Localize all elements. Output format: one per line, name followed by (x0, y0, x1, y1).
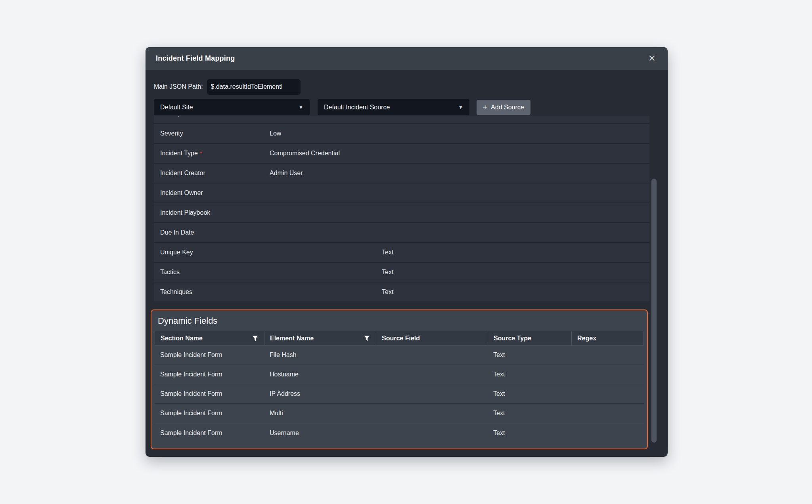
field-label: Techniques (160, 288, 192, 295)
field-value: Compromised Credential (270, 150, 382, 157)
field-table-row[interactable]: Incident Owner (154, 183, 649, 203)
field-table-row[interactable]: Incident Creator Admin User (154, 164, 649, 183)
required-asterisk: * (200, 150, 202, 157)
field-table-row[interactable]: Incident Type* Compromised Credential (154, 144, 649, 164)
dynamic-field-row[interactable]: Sample Incident Form Multi Text (155, 404, 644, 423)
field-source-type: Text (382, 288, 649, 296)
dynamic-section-name: Sample Incident Form (155, 410, 264, 417)
dynamic-element-name: IP Address (264, 390, 376, 397)
field-table-row[interactable]: Techniques Text (154, 283, 649, 302)
dynamic-element-name: Username (264, 430, 376, 437)
dynamic-field-row[interactable]: Sample Incident Form IP Address Text (155, 384, 644, 404)
dynamic-column-label: Regex (577, 335, 596, 342)
dialog-body: Main JSON Path: Default Site ▼ Default I… (146, 70, 668, 457)
dynamic-column-header: Element Name (264, 331, 376, 345)
chevron-down-icon: ▼ (458, 105, 463, 110)
filter-icon[interactable] (364, 336, 370, 341)
source-toolbar: Default Site ▼ Default Incident Source ▼… (154, 99, 530, 115)
dynamic-fields-title: Dynamic Fields (158, 316, 644, 326)
dynamic-field-row[interactable]: Sample Incident Form Hostname Text (155, 365, 644, 384)
vertical-scrollbar-thumb[interactable] (651, 179, 657, 443)
close-icon[interactable]: ✕ (647, 53, 657, 64)
field-label: Description (160, 116, 192, 117)
field-label: Severity (160, 130, 183, 137)
dynamic-column-label: Section Name (161, 335, 203, 342)
json-path-input[interactable] (207, 79, 301, 95)
field-label: Incident Type (160, 150, 198, 157)
field-label: Unique Key (160, 249, 193, 256)
dynamic-source-type: Text (488, 351, 571, 359)
field-mapping-table-viewport: Description Text Severity Low Incident T… (154, 116, 649, 302)
add-source-label: Add Source (491, 104, 524, 111)
dynamic-field-row[interactable]: Sample Incident Form Username Text (155, 423, 644, 443)
field-label: Incident Playbook (160, 209, 210, 216)
dynamic-field-row[interactable]: Sample Incident Form File Hash Text (155, 346, 644, 365)
dynamic-column-label: Source Field (382, 335, 420, 342)
filter-icon[interactable] (252, 336, 258, 341)
dynamic-column-header: Source Field (376, 331, 488, 345)
dynamic-fields-section: Dynamic Fields Section Name Element Name… (151, 309, 648, 449)
dynamic-section-name: Sample Incident Form (155, 390, 264, 397)
json-path-row: Main JSON Path: (154, 79, 301, 95)
field-table-row[interactable]: Incident Playbook (154, 203, 649, 223)
dynamic-source-type: Text (488, 371, 571, 378)
dynamic-element-name: Hostname (264, 371, 376, 378)
incident-source-select-value: Default Incident Source (324, 104, 390, 111)
add-source-button[interactable]: + Add Source (477, 100, 530, 115)
field-source-type: Text (382, 269, 649, 276)
dynamic-section-name: Sample Incident Form (155, 430, 264, 437)
dynamic-column-label: Element Name (270, 335, 314, 342)
field-table-row[interactable]: Unique Key Text (154, 243, 649, 263)
field-table-row[interactable]: Tactics Text (154, 263, 649, 283)
dynamic-column-label: Source Type (494, 335, 531, 342)
field-label: Tactics (160, 269, 180, 275)
dynamic-element-name: Multi (264, 410, 376, 417)
field-table-row[interactable]: Description Text (154, 116, 649, 124)
dynamic-column-header: Section Name (155, 331, 264, 345)
dynamic-source-type: Text (488, 430, 571, 437)
field-value: Admin User (270, 170, 382, 177)
field-source-type: Text (382, 249, 649, 256)
site-select-value: Default Site (160, 104, 193, 111)
field-mapping-table: Description Text Severity Low Incident T… (154, 116, 649, 302)
dynamic-column-header: Regex (572, 331, 644, 345)
field-label: Incident Creator (160, 170, 205, 176)
site-select[interactable]: Default Site ▼ (154, 99, 310, 115)
dynamic-source-type: Text (488, 410, 571, 417)
dynamic-element-name: File Hash (264, 351, 376, 359)
incident-field-mapping-dialog: Incident Field Mapping ✕ Main JSON Path:… (146, 47, 668, 457)
field-table-row[interactable]: Due In Date (154, 223, 649, 243)
field-label: Due In Date (160, 229, 194, 236)
dialog-title: Incident Field Mapping (156, 54, 235, 63)
field-table-row[interactable]: Severity Low (154, 124, 649, 144)
chevron-down-icon: ▼ (299, 105, 303, 110)
plus-icon: + (483, 103, 487, 111)
dialog-header: Incident Field Mapping ✕ (146, 47, 668, 70)
dynamic-fields-rows: Sample Incident Form File Hash Text Samp… (155, 346, 644, 443)
field-value: Low (270, 130, 382, 137)
dynamic-fields-header-row: Section Name Element Name Source Field S… (155, 331, 644, 346)
json-path-label: Main JSON Path: (154, 83, 203, 90)
field-label: Incident Owner (160, 189, 203, 196)
incident-source-select[interactable]: Default Incident Source ▼ (318, 99, 469, 115)
dynamic-column-header: Source Type (488, 331, 572, 345)
dynamic-section-name: Sample Incident Form (155, 371, 264, 378)
dynamic-section-name: Sample Incident Form (155, 351, 264, 359)
field-source-type: Text (382, 116, 649, 117)
dynamic-source-type: Text (488, 390, 571, 397)
